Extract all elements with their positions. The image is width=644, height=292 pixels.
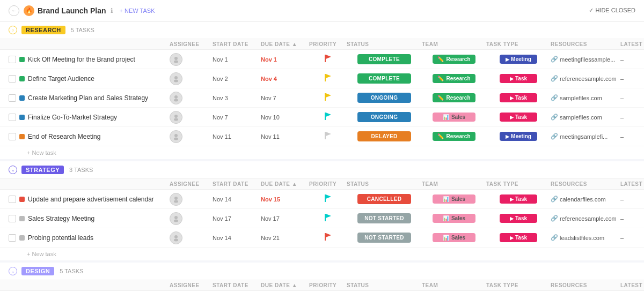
col-headers-design: ASSIGNEESTART DATEDUE DATE ▲PRIORITYSTAT… (0, 280, 644, 291)
col-status: STATUS (347, 181, 422, 187)
task-row[interactable]: End of Research MeetingNov 11Nov 11DELAY… (0, 127, 644, 146)
assignee-cell (170, 92, 213, 104)
svg-point-4 (174, 76, 178, 79)
due-date-cell: Nov 4 (261, 76, 309, 82)
svg-marker-27 (326, 214, 331, 218)
col-task (9, 181, 170, 187)
task-checkbox[interactable] (9, 215, 16, 222)
svg-rect-2 (325, 55, 326, 62)
team-badge: 📊Sales (433, 194, 475, 204)
main-content: ○RESEARCH5 TASKSASSIGNEESTART DATEDUE DA… (0, 21, 644, 292)
comment-cell: – (620, 235, 644, 241)
due-date-cell: Nov 7 (261, 95, 309, 101)
resources-cell: 🔗referencesample.com (551, 215, 620, 222)
task-type-cell: ▶Task (486, 93, 551, 102)
task-checkbox[interactable] (9, 133, 16, 140)
priority-flag (325, 113, 331, 122)
section-name-design: DESIGN (21, 267, 54, 275)
due-date-cell: Nov 15 (261, 196, 309, 203)
team-badge: ✏️Research (433, 74, 475, 83)
start-date-cell: Nov 11 (213, 133, 261, 140)
new-task-header-button[interactable]: + NEW TASK (120, 8, 155, 14)
assignee-cell (170, 130, 213, 143)
task-row[interactable]: Probing potential leadsNov 14Nov 21NOT S… (0, 228, 644, 248)
hide-closed-button[interactable]: ✓ HIDE CLOSED (589, 7, 635, 14)
col-headers-strategy: ASSIGNEESTART DATEDUE DATE ▲PRIORITYSTAT… (0, 179, 644, 190)
section-toggle-strategy[interactable]: ⌄ (9, 166, 17, 174)
col-latest-comment: LATEST COMMENT (620, 282, 644, 288)
task-type-cell: ▶Task (486, 233, 551, 242)
col-start-date: START DATE (213, 41, 261, 47)
section-header-design: ⌄DESIGN5 TASKS (0, 263, 644, 280)
svg-rect-22 (325, 194, 326, 202)
due-date-cell: Nov 21 (261, 235, 309, 241)
team-badge: ✏️Research (433, 132, 475, 141)
priority-cell (309, 132, 347, 141)
svg-point-0 (174, 57, 178, 60)
resources-cell: 🔗samplefiles.com (551, 94, 620, 101)
status-badge: CANCELLED (357, 194, 411, 204)
avatar (170, 92, 182, 104)
section-toggle-design[interactable]: ⌄ (9, 267, 17, 275)
task-checkbox[interactable] (9, 114, 16, 121)
task-name-cell: Kick Off Meeting for the Brand project (9, 53, 170, 66)
task-type-cell: ▶Task (486, 194, 551, 204)
col-task (9, 282, 170, 288)
svg-rect-6 (325, 74, 326, 81)
task-checkbox[interactable] (9, 234, 16, 242)
task-row[interactable]: Sales Strategy MeetingNov 17Nov 17NOT ST… (0, 209, 644, 228)
link-icon: 🔗 (551, 234, 558, 241)
status-cell: ONGOING (347, 112, 422, 122)
task-checkbox[interactable] (9, 56, 16, 63)
start-date-cell: Nov 14 (213, 235, 261, 241)
start-date-cell: Nov 7 (213, 114, 261, 121)
comment-cell: – (620, 95, 644, 101)
resources-text: samplefiles.com (560, 114, 602, 121)
task-checkbox[interactable] (9, 196, 16, 203)
avatar (170, 72, 182, 85)
task-checkbox[interactable] (9, 94, 16, 102)
task-row[interactable]: Update and prepare advertisement calenda… (0, 190, 644, 209)
task-name-text: Finalize Go-To-Market Strategy (28, 114, 117, 121)
task-name-cell: Define Target Audience (9, 72, 170, 86)
task-type-cell: ▶Task (486, 113, 551, 122)
section-toggle-research[interactable]: ○ (9, 26, 17, 34)
new-task-button-research[interactable]: + New task (0, 146, 644, 159)
task-type-badge: ▶Task (500, 93, 537, 102)
col-team: TEAM (422, 181, 486, 187)
assignee-cell (170, 72, 213, 85)
info-icon[interactable]: ℹ (111, 7, 113, 14)
avatar (170, 212, 182, 225)
task-row[interactable]: Define Target AudienceNov 2Nov 4COMPLETE… (0, 69, 644, 88)
task-row[interactable]: Create Marketing Plan and Sales Strategy… (0, 88, 644, 108)
new-task-button-strategy[interactable]: + New task (0, 248, 644, 260)
section-name-strategy: STRATEGY (21, 166, 64, 174)
task-color-dot (19, 197, 25, 202)
task-row[interactable]: Kick Off Meeting for the Brand projectNo… (0, 50, 644, 69)
comment-cell: – (620, 133, 644, 140)
priority-cell (309, 55, 347, 64)
col-due-date-: DUE DATE ▲ (261, 41, 309, 47)
task-type-cell: ▶Meeting (486, 55, 551, 64)
task-name-cell: Create Marketing Plan and Sales Strategy (9, 91, 170, 105)
priority-cell (309, 233, 347, 242)
priority-cell (309, 93, 347, 102)
section-count-design: 5 TASKS (60, 268, 83, 274)
task-checkbox[interactable] (9, 75, 16, 83)
team-cell: ✏️Research (422, 93, 486, 102)
back-button[interactable]: ← (9, 5, 19, 16)
task-row[interactable]: Finalize Go-To-Market StrategyNov 7Nov 1… (0, 108, 644, 127)
resources-text: samplefiles.com (560, 95, 602, 101)
team-cell: ✏️Research (422, 55, 486, 64)
resources-cell: 🔗referencesample.com (551, 75, 620, 82)
col-priority: PRIORITY (309, 41, 347, 47)
status-cell: COMPLETE (347, 73, 422, 84)
priority-cell (309, 74, 347, 83)
section-header-research: ○RESEARCH5 TASKS (0, 21, 644, 39)
priority-flag (325, 214, 331, 223)
status-cell: CANCELLED (347, 194, 422, 204)
due-date-cell: Nov 10 (261, 114, 309, 121)
svg-point-9 (174, 99, 178, 101)
task-name-cell: Probing potential leads (9, 231, 170, 245)
team-badge: ✏️Research (433, 93, 475, 102)
